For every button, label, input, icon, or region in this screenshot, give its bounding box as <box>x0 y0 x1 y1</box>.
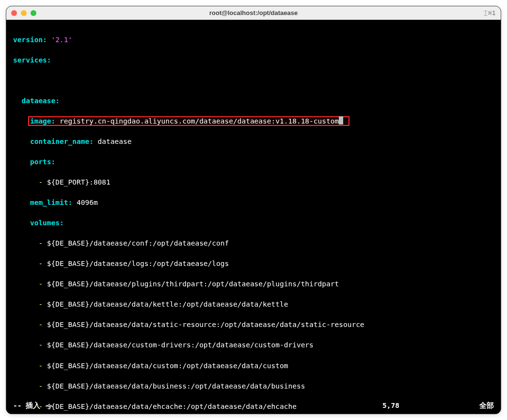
yaml-volume-item: ${DE_BASE}/dataease/data/custom:/opt/dat… <box>47 362 288 370</box>
yaml-volume-item: ${DE_BASE}/dataease/plugins/thirdpart:/o… <box>47 280 339 288</box>
terminal-body[interactable]: version: '2.1' services: dataease: image… <box>6 20 501 414</box>
yaml-val-version: '2.1' <box>51 36 73 44</box>
yaml-key-ports: ports <box>30 158 51 166</box>
terminal-window: root@localhost:/opt/dataease ⌶⌘1 version… <box>6 6 501 414</box>
window-shortcut: ⌶⌘1 <box>484 9 496 16</box>
vim-statusline: -- 插入 -- 5,78 全部 <box>13 401 494 411</box>
highlight-image-line: image: registry.cn-qingdao.aliyuncs.com/… <box>28 116 349 126</box>
vim-mode: -- 插入 -- <box>13 401 382 411</box>
yaml-key-volumes: volumes <box>30 219 60 227</box>
cursor-icon <box>339 116 343 124</box>
yaml-val-container-name: dataease <box>98 138 132 145</box>
yaml-key-image: image <box>30 117 51 125</box>
vim-percent: 全部 <box>460 401 494 411</box>
titlebar: root@localhost:/opt/dataease ⌶⌘1 <box>6 6 501 20</box>
yaml-port-item: ${DE_PORT}:8081 <box>47 178 111 186</box>
traffic-lights <box>11 10 36 16</box>
yaml-val-memlimit: 4096m <box>77 199 98 206</box>
zoom-icon[interactable] <box>31 10 36 16</box>
yaml-key-version: version <box>13 36 43 44</box>
yaml-service-name: dataease <box>21 97 55 105</box>
yaml-volume-item: ${DE_BASE}/dataease/data/static-resource… <box>47 321 364 328</box>
yaml-volume-item: ${DE_BASE}/dataease/conf:/opt/dataease/c… <box>47 239 229 247</box>
yaml-volume-item: ${DE_BASE}/dataease/data/business:/opt/d… <box>47 382 305 390</box>
vim-position: 5,78 <box>382 401 460 411</box>
yaml-volume-item: ${DE_BASE}/dataease/logs:/opt/dataease/l… <box>47 260 229 267</box>
minimize-icon[interactable] <box>21 10 27 16</box>
yaml-key-container-name: container_name <box>30 138 89 145</box>
yaml-volume-item: ${DE_BASE}/dataease/custom-drivers:/opt/… <box>47 341 314 349</box>
yaml-key-services: services <box>13 56 47 64</box>
yaml-val-image: registry.cn-qingdao.aliyuncs.com/dataeas… <box>60 117 339 125</box>
window-title: root@localhost:/opt/dataease <box>6 9 501 16</box>
close-icon[interactable] <box>11 10 17 16</box>
yaml-key-memlimit: mem_limit <box>30 199 68 206</box>
yaml-volume-item: ${DE_BASE}/dataease/data/kettle:/opt/dat… <box>47 300 288 308</box>
